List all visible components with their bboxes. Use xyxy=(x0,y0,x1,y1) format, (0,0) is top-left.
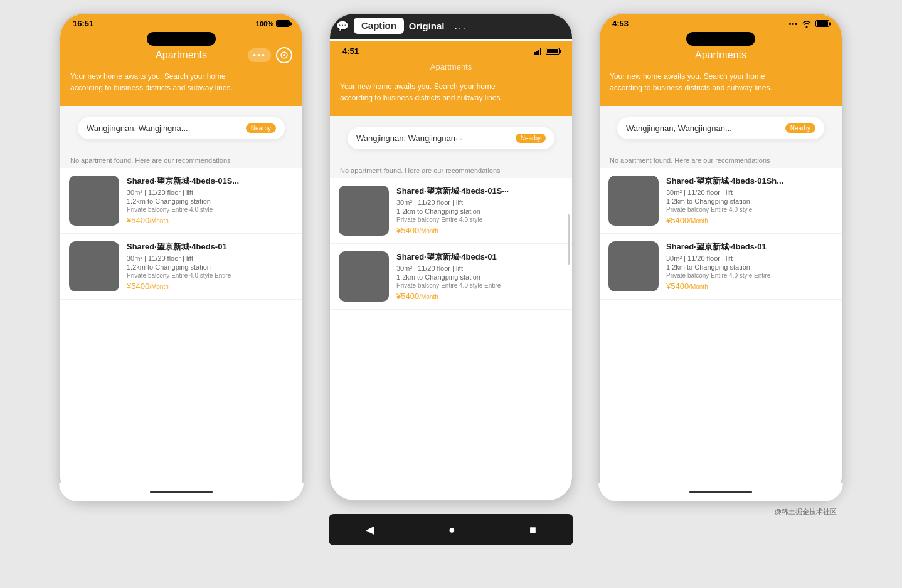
scrollbar-2[interactable] xyxy=(568,214,570,265)
listing-tags-3-1: Private balcony Entire 4.0 style xyxy=(666,206,833,213)
status-bar-1: 16:51 100% xyxy=(60,14,302,31)
home-bar-1 xyxy=(150,491,213,493)
listing-price-1-2: ¥5400/Month xyxy=(127,281,294,291)
listing-card-1-1[interactable]: Shared·望京新城·4beds-01S... 30m² | 11/20 fl… xyxy=(60,168,302,234)
search-text-3: Wangjingnan, Wangjingnan... xyxy=(626,123,732,133)
header-subtitle-2: Your new home awaits you. Search your ho… xyxy=(340,78,562,106)
more-dots-3: ••• xyxy=(788,20,798,28)
listing-card-2-1[interactable]: Shared·望京新城·4beds-01S··· 30m² | 11/20 fl… xyxy=(330,178,572,244)
home-indicator-3 xyxy=(598,483,843,501)
header-3: Apartments Your new home awaits you. Sea… xyxy=(600,46,842,106)
overlay-tab: 💬 xyxy=(336,20,349,32)
phone-2: 💬 Caption Original ... 4:51 xyxy=(329,13,573,501)
caption-tab-active[interactable]: Caption xyxy=(354,18,404,34)
search-text-1: Wangjingnan, Wangjingna... xyxy=(87,123,188,133)
target-icon-1 xyxy=(280,51,288,59)
listing-title-2-2: Shared·望京新城·4beds-01 xyxy=(396,251,563,263)
listing-tags-1-2: Private balcony Entire 4.0 style Entire xyxy=(127,272,294,279)
time-1: 16:51 xyxy=(73,19,93,28)
time-3: 4:53 xyxy=(612,19,629,28)
battery-icon-2 xyxy=(546,48,560,55)
listing-tags-2-1: Private balcony Entire 4.0 style xyxy=(396,216,563,223)
svg-rect-3 xyxy=(536,51,538,55)
listing-tags-3-2: Private balcony Entire 4.0 style Entire xyxy=(666,272,833,279)
listing-card-2-2[interactable]: Shared·望京新城·4beds-01 30m² | 11/20 floor … xyxy=(330,244,572,310)
listing-meta1-3-2: 30m² | 11/20 floor | lift xyxy=(666,255,833,262)
listing-info-1-2: Shared·望京新城·4beds-01 30m² | 11/20 floor … xyxy=(127,241,294,291)
listing-image-2-1 xyxy=(339,186,389,236)
app-label-overlay: Apartments xyxy=(430,62,472,71)
time-2: 4:51 xyxy=(342,46,359,56)
listing-price-3-2: ¥5400/Month xyxy=(666,281,833,291)
header-2: Your new home awaits you. Search your ho… xyxy=(330,75,572,116)
header-subtitle-1: Your new home awaits you. Search your ho… xyxy=(70,68,292,96)
listing-info-3-1: Shared·望京新城·4beds-01Sh... 30m² | 11/20 f… xyxy=(666,176,833,226)
original-label[interactable]: Original xyxy=(409,21,445,31)
search-bar-2[interactable]: Wangjingnan, Wangjingnan··· Nearby xyxy=(348,127,554,149)
search-bar-1[interactable]: Wangjingnan, Wangjingna... Nearby xyxy=(78,117,285,139)
nearby-badge-3[interactable]: Nearby xyxy=(785,123,815,133)
nearby-badge-2[interactable]: Nearby xyxy=(516,134,546,143)
nearby-badge-1[interactable]: Nearby xyxy=(246,123,276,133)
phone-1: 16:51 100% Apartments ••• xyxy=(59,13,304,501)
listing-info-2-2: Shared·望京新城·4beds-01 30m² | 11/20 floor … xyxy=(396,251,563,302)
search-bar-3[interactable]: Wangjingnan, Wangjingnan... Nearby xyxy=(617,117,824,139)
recommendation-note-1: No apartment found. Here are our recomme… xyxy=(60,150,302,168)
listing-card-3-2[interactable]: Shared·望京新城·4beds-01 30m² | 11/20 floor … xyxy=(600,234,842,300)
wifi-icon-3 xyxy=(802,20,812,28)
listing-card-3-1[interactable]: Shared·望京新城·4beds-01Sh... 30m² | 11/20 f… xyxy=(600,168,842,234)
phone-2-content: 4:51 Apartments xyxy=(330,41,572,310)
signal-icon-2 xyxy=(534,48,543,55)
listing-meta2-3-1: 1.2km to Changping station xyxy=(666,197,833,205)
home-bar-3 xyxy=(689,491,752,493)
listing-image-1-2 xyxy=(69,241,119,291)
listing-info-3-2: Shared·望京新城·4beds-01 30m² | 11/20 floor … xyxy=(666,241,833,291)
listing-meta2-1-2: 1.2km to Changping station xyxy=(127,263,294,271)
listing-info-2-1: Shared·望京新城·4beds-01S··· 30m² | 11/20 fl… xyxy=(396,186,563,236)
listing-tags-1-1: Private balcony Entire 4.0 style xyxy=(127,206,294,213)
phone-2-container: 💬 Caption Original ... 4:51 xyxy=(329,13,573,545)
battery-icon-3 xyxy=(815,20,829,27)
home-button[interactable]: ● xyxy=(448,523,455,537)
battery-percent-1: 100% xyxy=(256,20,273,28)
listing-info-1-1: Shared·望京新城·4beds-01S... 30m² | 11/20 fl… xyxy=(127,176,294,226)
phone-3: 4:53 ••• xyxy=(598,13,843,501)
header-2-app: Apartments xyxy=(330,58,572,75)
listing-price-1-1: ¥5400/Month xyxy=(127,216,294,225)
android-overlay[interactable]: 💬 Caption Original ... xyxy=(330,14,572,39)
listing-image-2-2 xyxy=(339,251,389,302)
listing-meta2-2-1: 1.2km to Changping station xyxy=(396,207,563,215)
header-title-1: Apartments xyxy=(156,50,207,61)
listing-meta1-2-1: 30m² | 11/20 floor | lift xyxy=(396,199,563,206)
listing-price-2-2: ¥5400/Month xyxy=(396,291,563,301)
android-nav-bar[interactable]: ◀ ● ■ xyxy=(329,514,573,545)
battery-icon-1 xyxy=(276,20,290,27)
listing-title-1-2: Shared·望京新城·4beds-01 xyxy=(127,241,294,253)
status-bar-3: 4:53 ••• xyxy=(600,14,842,31)
watermark: @稀土掘金技术社区 xyxy=(775,507,837,517)
header-subtitle-3: Your new home awaits you. Search your ho… xyxy=(610,68,832,96)
caption-icon: 💬 xyxy=(336,20,349,32)
caption-label: Caption xyxy=(361,20,396,31)
dots-button-1[interactable]: ••• xyxy=(248,48,271,62)
search-text-2: Wangjingnan, Wangjingnan··· xyxy=(356,134,462,143)
listing-price-3-1: ¥5400/Month xyxy=(666,216,833,225)
listing-image-3-2 xyxy=(608,241,659,291)
listing-title-2-1: Shared·望京新城·4beds-01S··· xyxy=(396,186,563,197)
recent-button[interactable]: ■ xyxy=(529,523,536,537)
svg-rect-4 xyxy=(538,50,539,55)
recommendation-note-3: No apartment found. Here are our recomme… xyxy=(600,150,842,168)
back-button[interactable]: ◀ xyxy=(366,523,374,537)
listing-meta2-2-2: 1.2km to Changping station xyxy=(396,273,563,281)
listing-title-1-1: Shared·望京新城·4beds-01S... xyxy=(127,176,294,187)
listing-meta2-3-2: 1.2km to Changping station xyxy=(666,263,833,271)
listing-card-1-2[interactable]: Shared·望京新城·4beds-01 30m² | 11/20 floor … xyxy=(60,234,302,300)
circle-button-1[interactable] xyxy=(276,47,292,63)
svg-rect-5 xyxy=(540,48,541,55)
home-indicator-1 xyxy=(59,483,304,501)
listing-image-3-1 xyxy=(608,176,659,226)
more-dots[interactable]: ... xyxy=(455,20,467,31)
recommendation-note-2: No apartment found. Here are our recomme… xyxy=(330,160,572,178)
listing-meta2-1-1: 1.2km to Changping station xyxy=(127,197,294,205)
listing-meta1-1-2: 30m² | 11/20 floor | lift xyxy=(127,255,294,262)
